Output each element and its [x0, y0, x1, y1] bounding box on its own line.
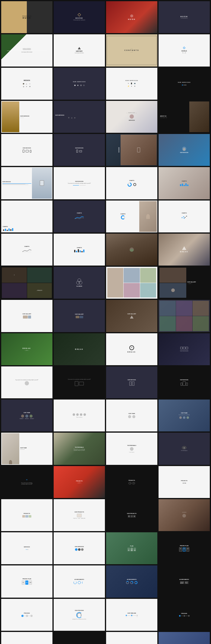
slide-16[interactable]: ABOUT US Lorem ipsum text	[159, 101, 210, 133]
slide-38[interactable]: OUR GALLERY	[54, 300, 105, 332]
slide-3[interactable]: HUSH	[106, 1, 157, 33]
slide-40[interactable]	[159, 300, 210, 332]
slide-17[interactable]: OUR DEVICES	[1, 134, 52, 166]
slide-10[interactable]: OUR SERVICES ◉ ◈ ◎ ◇	[54, 68, 105, 100]
slide-68[interactable]: PRICING PLAN $9— $29— $49—	[159, 532, 210, 564]
slide-76-label: PROCESS	[181, 613, 187, 614]
slide-28[interactable]: CHARTS	[159, 201, 210, 232]
slide-46[interactable]: If you want to be somebody, someday real…	[54, 366, 105, 398]
slide-72[interactable]: ACHIEVEMENTS ★★★★ AWARD ★★★ PRIZE	[159, 565, 210, 597]
slide-6[interactable]: HISTORY Lorem ipsum text here	[54, 34, 105, 66]
slide-4-label: HUSH	[180, 16, 188, 17]
slide-68-label: PRICING PLAN	[180, 545, 189, 546]
slide-53[interactable]: OUR TEAM ★★★★★	[1, 433, 52, 465]
slide-51[interactable]: OUR TEAM	[106, 400, 157, 431]
slide-5[interactable]: WELCOME Lorem ipsum dolor sit amet	[1, 34, 52, 66]
slide-78[interactable]: OUR PROCESS 4 EASY PROJECTS	[54, 632, 105, 644]
slide-65[interactable]: SERVICES ✦ ✧	[1, 532, 52, 564]
slide-8[interactable]: GOALS 01 — 04	[159, 34, 210, 66]
slide-32[interactable]: BREAK	[159, 234, 210, 266]
slide-50[interactable]: Team members	[54, 400, 105, 431]
slide-74[interactable]: OUR PROCESS A BEAUTIFUL IS A REVOLUTION	[54, 599, 105, 631]
slide-37[interactable]: OUR GALLERY	[1, 300, 52, 332]
slide-70[interactable]: ACHIEVEMENTS	[54, 565, 105, 597]
slide-32-label: BREAK	[180, 251, 188, 253]
svg-point-2	[184, 217, 185, 218]
slide-43[interactable]: ✕ BREAK	[106, 333, 157, 365]
slide-56[interactable]: ◎ TESTIMONIALS	[159, 433, 210, 465]
slide-27[interactable]: CHARTS	[106, 201, 157, 232]
slide-6-label: HISTORY	[76, 50, 83, 52]
slide-33[interactable]: ◎ + PROJECTS	[1, 267, 52, 299]
slide-76[interactable]: PROCESS	[159, 599, 210, 631]
slide-18[interactable]: OUR DEVICES	[54, 134, 105, 166]
slide-36[interactable]: OUR GALLERY — explore —	[159, 267, 210, 299]
slide-69[interactable]: PRICING PLAN $9 $29 $49	[1, 565, 52, 597]
slide-54[interactable]: TESTIMONIALS If you want to be somebody,…	[54, 433, 105, 465]
slide-73[interactable]: PROCESS 1 2 3	[1, 599, 52, 631]
slide-52[interactable]: OUR TEAM If you want to be somebody	[159, 400, 210, 431]
slide-35[interactable]: +	[106, 267, 157, 299]
slide-20[interactable]: OUR DEVICES	[159, 134, 210, 166]
slide-24[interactable]: CHARTS	[159, 167, 210, 199]
slide-29[interactable]: CHARTS	[1, 234, 52, 266]
slide-7[interactable]: —— CONTENTS ——	[106, 34, 157, 66]
slide-24-label: CHARTS	[182, 180, 187, 182]
slide-31[interactable]	[106, 234, 157, 266]
slide-34[interactable]: ILLUSION	[54, 267, 105, 299]
slides-grid: PRESENTATION HUSH HUSH PRESENTATION TEMP…	[0, 0, 211, 644]
slide-30[interactable]: CHARTS	[54, 234, 105, 266]
slide-42[interactable]: BREAK	[54, 333, 105, 365]
slide-59[interactable]: PROJECTS ◎ ⊕	[106, 466, 157, 498]
slide-26[interactable]: CHARTS	[54, 201, 105, 232]
slide-21[interactable]: OUR DEVICES	[1, 167, 52, 199]
slide-71[interactable]: ACHIEVEMENTS	[106, 565, 157, 597]
slide-21-label: OUR DEVICES	[2, 181, 31, 182]
slide-13-label: OUR SERVICES	[20, 115, 51, 117]
slide-25[interactable]: CHARTS	[1, 201, 52, 232]
slide-58[interactable]: PROJECTS + explore +	[54, 466, 105, 498]
slide-64[interactable]: ILLUSION	[159, 499, 210, 531]
slide-63[interactable]: OUR PROJECTS ⚙ ✓ ★	[106, 499, 157, 531]
slide-19[interactable]: DEVICES	[106, 134, 157, 166]
slide-1[interactable]: PRESENTATION HUSH	[1, 1, 52, 33]
slide-15[interactable]: — SERVICES — SERVICES	[106, 101, 157, 133]
slide-61[interactable]: PROJECTS	[1, 499, 52, 531]
slide-11[interactable]: OUR SERVICES ✎ 📱 💻 ⚡ ♦ ★	[106, 68, 157, 100]
slide-23-label: CHARTS	[129, 180, 134, 181]
slide-44[interactable]: OUR DEVICES	[159, 333, 210, 365]
slide-12[interactable]: OUR SERVICES ■ ■ ■	[159, 68, 210, 100]
slide-9[interactable]: MISSION 🎓 △ □ ◎ ≡ ⊕	[1, 68, 52, 100]
slide-58-label: PROJECTS	[76, 480, 83, 482]
slide-73-label: PROCESS	[24, 612, 30, 614]
slide-39[interactable]: OUR GALLERY	[106, 300, 157, 332]
slide-79[interactable]: ◎ ● ○ TIMELINE	[106, 632, 157, 644]
slide-69-label: PRICING PLAN	[23, 578, 31, 580]
slide-4[interactable]: HUSH PRESENTATION	[159, 1, 210, 33]
slide-2[interactable]: HUSH PRESENTATION TEMPLATE	[54, 1, 105, 33]
slide-57[interactable]: " If you want to be somebody, someday re…	[1, 466, 52, 498]
slide-67[interactable]: PLAN $9 $29 $49	[106, 532, 157, 564]
slide-77[interactable]: Focus on what you want to think happens …	[1, 632, 52, 644]
slide-13[interactable]: OUR SERVICES + + + + +	[1, 101, 52, 133]
slide-30-label: CHARTS	[77, 247, 82, 248]
svg-point-0	[181, 217, 182, 218]
slide-23[interactable]: CHARTS	[106, 167, 157, 199]
slide-60[interactable]: PROJECTS ⊞ ⊟ ⊠	[159, 466, 210, 498]
slide-9-label: MISSION	[24, 79, 30, 81]
slide-22[interactable]: OUR DEVICES If you want to be somebody, …	[54, 167, 105, 199]
slide-48[interactable]: OUR DEVICES	[159, 366, 210, 398]
slide-55[interactable]: TESTIMONIALS Lorem ipsum	[106, 433, 157, 465]
slide-14[interactable]: OUR SERVICES ☰ ◎ ⊕	[54, 101, 105, 133]
slide-45[interactable]: If you want to be somebody, someday real…	[1, 366, 52, 398]
slide-19-label: DEVICES	[108, 147, 120, 153]
slide-49[interactable]: OUR TEAM MEMBERMEMBERMEMBER	[1, 400, 52, 431]
slide-47[interactable]: OUR DEVICES	[106, 366, 157, 398]
slide-66[interactable]: OUR SERVICES	[54, 532, 105, 564]
slide-41[interactable]: BREAK — pause —	[1, 333, 52, 365]
slide-80[interactable]: TIMELINE	[159, 632, 210, 644]
slide-15-label: SERVICES	[129, 120, 135, 121]
slide-11-label: OUR SERVICES	[125, 80, 138, 81]
slide-62[interactable]: OUR PROJECTS PLAYFUL · FLAT · TEMPLATE	[54, 499, 105, 531]
slide-75[interactable]: OUR TIMELINE 202020212022	[106, 599, 157, 631]
